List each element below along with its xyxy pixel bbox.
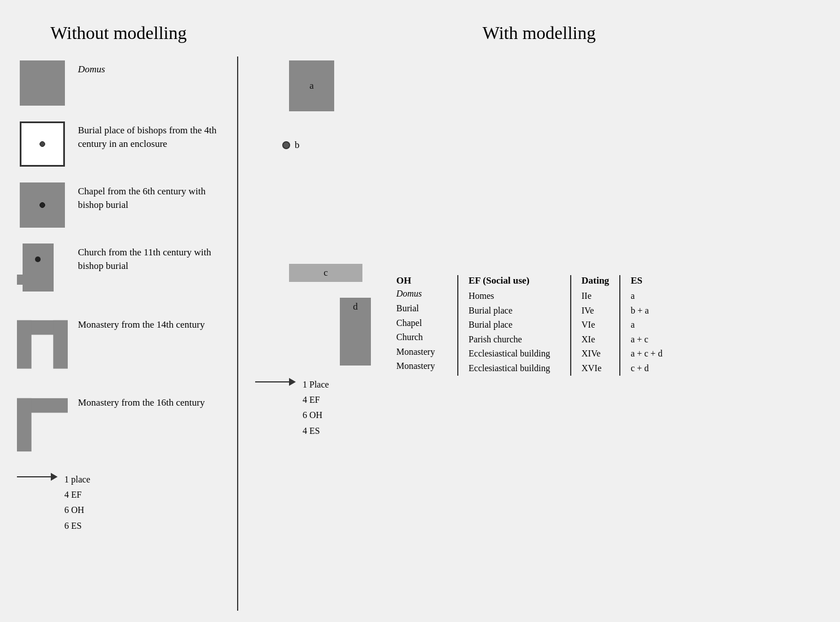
shape-c: c	[289, 264, 362, 282]
shape-domus-container	[17, 60, 68, 106]
left-summary-line2: 4 EF	[64, 487, 90, 502]
shape-b-label: b	[295, 140, 300, 151]
main-container: Without modelling Domus Burial place of …	[0, 0, 840, 622]
shape-d-label: d	[353, 301, 358, 312]
shape-a: a	[289, 60, 334, 111]
col-es-row1: a	[631, 289, 662, 303]
legend-item-chapel: Chapel from the 6th century with bishop …	[17, 182, 220, 228]
chapel-dot	[40, 202, 45, 208]
left-summary-line4: 6 ES	[64, 518, 90, 533]
legend-item-monastery14: Monastery from the 14th century	[17, 316, 220, 378]
shape-chapel	[20, 182, 65, 228]
col-es-header: ES	[631, 275, 662, 286]
col-es-row3: a	[631, 317, 662, 332]
svg-rect-6	[17, 320, 32, 369]
col-ef: EF (Social use) Homes Burial place Buria…	[458, 275, 571, 376]
shape-a-label: a	[309, 80, 314, 92]
col-dating-row1: IIe	[581, 289, 609, 303]
col-es: ES a b + a a a + c a + c + d c + d	[620, 275, 672, 376]
col-es-row5: a + c + d	[631, 346, 662, 361]
col-oh-row3: Church	[396, 330, 447, 345]
shape-domus	[20, 60, 65, 106]
col-ef-row6: Ecclesiastical building	[469, 361, 560, 376]
shape-b-group: b	[282, 140, 300, 151]
right-summary-line4: 4 ES	[303, 423, 329, 438]
col-dating-row2: IVe	[581, 303, 609, 318]
label-monastery14: Monastery from the 14th century	[78, 316, 205, 332]
svg-point-1	[35, 256, 41, 262]
left-arrow-text: 1 place 4 EF 6 OH 6 ES	[64, 472, 90, 533]
left-panel: Without modelling Domus Burial place of …	[0, 11, 237, 611]
right-panel: With modelling a b c	[238, 11, 840, 611]
table-section: OH Domus Burial Chapel Church Monastery …	[396, 275, 672, 376]
col-oh: OH Domus Burial Chapel Church Monastery …	[396, 275, 458, 376]
shape-monastery16-container	[17, 394, 68, 456]
label-burial: Burial place of bishops from the 4th cen…	[78, 121, 220, 151]
col-ef-row5: Ecclesiastical building	[469, 346, 560, 361]
col-ef-row3: Burial place	[469, 317, 560, 332]
left-arrow-shaft	[17, 476, 51, 477]
col-ef-row1: Homes	[469, 289, 560, 303]
shape-church	[17, 243, 68, 300]
right-title: With modelling	[255, 23, 823, 44]
svg-rect-4	[23, 280, 54, 292]
shape-burial-container	[17, 121, 68, 167]
burial-dot	[40, 141, 45, 147]
col-oh-subheader: Domus	[396, 289, 447, 299]
legend-item-domus: Domus	[17, 60, 220, 106]
shape-burial	[20, 121, 65, 167]
label-monastery16: Monastery from the 16th century	[78, 394, 205, 410]
left-arrow-section: 1 place 4 EF 6 OH 6 ES	[17, 472, 220, 533]
left-arrow-head	[51, 473, 58, 481]
col-ef-row2: Burial place	[469, 303, 560, 318]
col-oh-row2: Chapel	[396, 316, 447, 330]
col-dating-header: Dating	[581, 275, 609, 286]
shape-church-container	[17, 243, 68, 300]
col-oh-row4: Monastery	[396, 345, 447, 359]
label-church: Church from the 11th century with bishop…	[78, 243, 220, 273]
shape-d: d	[340, 298, 371, 366]
shape-c-label: c	[323, 267, 328, 279]
shape-d-group: d	[340, 298, 371, 366]
shape-b-dot	[282, 141, 290, 149]
col-es-row6: c + d	[631, 361, 662, 376]
legend-item-church: Church from the 11th century with bishop…	[17, 243, 220, 300]
right-summary-line3: 6 OH	[303, 407, 329, 423]
shape-monastery14-container	[17, 316, 68, 378]
right-summary-line2: 4 EF	[303, 392, 329, 407]
col-ef-row4: Parish churche	[469, 332, 560, 347]
legend-item-monastery16: Monastery from the 16th century	[17, 394, 220, 456]
table-inner: OH Domus Burial Chapel Church Monastery …	[396, 275, 672, 376]
left-summary-line3: 6 OH	[64, 502, 90, 517]
col-oh-row5: Monastery	[396, 359, 447, 373]
label-domus: Domus	[78, 60, 105, 76]
right-shapes-area: a b c d	[255, 60, 823, 388]
col-ef-header: EF (Social use)	[469, 275, 560, 286]
left-title: Without modelling	[17, 23, 220, 44]
col-oh-header: OH	[396, 275, 447, 286]
col-dating-row5: XIVe	[581, 346, 609, 361]
col-dating-row4: XIe	[581, 332, 609, 347]
col-es-row2: b + a	[631, 303, 662, 318]
col-dating-row3: VIe	[581, 317, 609, 332]
col-oh-row1: Burial	[396, 301, 447, 316]
shape-monastery14	[17, 316, 68, 378]
legend-item-burial: Burial place of bishops from the 4th cen…	[17, 121, 220, 167]
label-chapel: Chapel from the 6th century with bishop …	[78, 182, 220, 212]
shape-monastery16	[17, 394, 68, 456]
left-summary-line1: 1 place	[64, 472, 90, 487]
col-es-row4: a + c	[631, 332, 662, 347]
col-dating-row6: XVIe	[581, 361, 609, 376]
svg-rect-9	[17, 398, 32, 451]
left-arrow	[17, 473, 58, 481]
col-dating: Dating IIe IVe VIe XIe XIVe XVIe	[571, 275, 620, 376]
shape-chapel-container	[17, 182, 68, 228]
shape-a-group: a	[289, 60, 334, 111]
shape-c-group: c	[289, 264, 362, 282]
svg-rect-7	[53, 320, 68, 369]
